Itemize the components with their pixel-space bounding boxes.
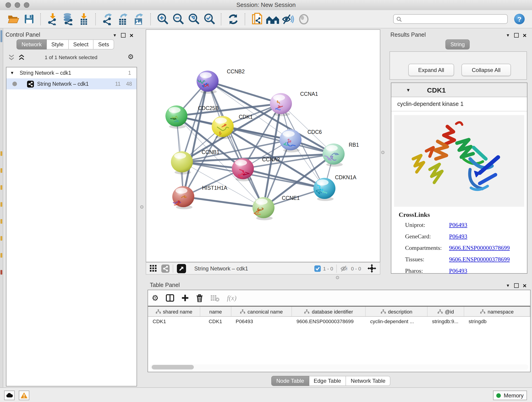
column-header-namespace[interactable]: namespace <box>464 306 530 317</box>
panel-float-icon[interactable] <box>121 33 126 38</box>
import-network-from-database-icon[interactable] <box>60 12 76 26</box>
node-table-panel: ⚙ f(x) shared namenamecanonical namedata… <box>147 290 531 372</box>
refresh-icon[interactable] <box>225 12 241 26</box>
panel-menu-icon[interactable]: ▼ <box>506 283 510 288</box>
section-collapse-icon[interactable]: ▼ <box>406 87 411 92</box>
open-session-icon[interactable] <box>6 12 21 26</box>
function-builder-icon: f(x) <box>227 294 237 302</box>
tree-expand-icon[interactable]: ▼ <box>10 70 14 75</box>
left-splitter-handle[interactable] <box>140 205 143 209</box>
network-node-RB1[interactable]: RB1 <box>323 142 359 167</box>
tab-sets[interactable]: Sets <box>94 39 114 50</box>
right-splitter-handle[interactable] <box>381 151 385 154</box>
bottom-splitter-handle[interactable] <box>336 276 339 279</box>
collapse-all-button[interactable]: Collapse All <box>462 64 511 76</box>
crosslink-link[interactable]: P06493 <box>449 267 467 274</box>
network-edge[interactable] <box>183 197 264 208</box>
panel-close-icon[interactable]: × <box>130 33 133 38</box>
tab-network-table[interactable]: Network Table <box>346 376 391 386</box>
horizontal-scrollbar[interactable] <box>150 364 528 370</box>
help-icon[interactable]: ? <box>514 14 525 24</box>
string-home-icon[interactable] <box>265 12 280 26</box>
network-row[interactable]: String Network – cdk1 11 48 <box>6 78 137 89</box>
import-network-icon[interactable] <box>45 12 60 26</box>
column-header-name[interactable]: name <box>200 306 231 317</box>
network-thumbnail-icon[interactable] <box>161 264 170 273</box>
tab-edge-table[interactable]: Edge Table <box>309 376 346 386</box>
crosslink-link[interactable]: 9606.ENSP00000378699 <box>449 244 510 252</box>
search-box[interactable] <box>393 14 508 24</box>
tab-node-table[interactable]: Node Table <box>271 376 309 386</box>
hide-glass-eye-icon[interactable] <box>280 12 296 26</box>
selected-checkbox-icon[interactable] <box>314 265 321 272</box>
share-document-icon[interactable] <box>249 12 265 26</box>
save-session-icon[interactable] <box>21 12 37 26</box>
add-column-icon[interactable] <box>182 294 189 302</box>
export-image-icon[interactable] <box>131 12 147 26</box>
control-panel-header-icons: ▼ × <box>113 32 133 39</box>
tab-network[interactable]: Network <box>17 39 47 50</box>
zoom-out-icon[interactable] <box>171 12 186 26</box>
crosslink-link[interactable]: 9606.ENSP00000378699 <box>449 256 510 263</box>
column-header-@id[interactable]: @id <box>428 306 464 317</box>
crosslink-link[interactable]: P06493 <box>449 221 467 229</box>
network-selection-summary: 1 of 1 Network selected <box>6 55 136 60</box>
grid-view-icon[interactable] <box>150 265 157 272</box>
panel-float-icon[interactable] <box>514 33 519 38</box>
node-label-RB1: RB1 <box>349 142 359 148</box>
tab-string[interactable]: String <box>445 39 470 50</box>
node-label-CDC25B: CDC25B <box>198 105 219 111</box>
table-header-row: shared namenamecanonical namedatabase id… <box>148 306 530 317</box>
tab-style[interactable]: Style <box>47 39 69 50</box>
delete-column-icon[interactable] <box>196 294 203 302</box>
network-node-CDKN1A[interactable]: CDKN1A <box>313 174 356 201</box>
search-input[interactable] <box>404 16 507 22</box>
control-panel-title: Control Panel <box>6 32 40 38</box>
zoom-fit-icon[interactable] <box>186 12 202 26</box>
column-header-description[interactable]: description <box>366 306 428 317</box>
column-header-database-identifier[interactable]: database identifier <box>292 306 366 317</box>
open-view-icon[interactable] <box>177 264 186 273</box>
node-label-CDC6: CDC6 <box>307 129 322 135</box>
zoom-in-icon[interactable] <box>155 12 171 26</box>
panel-float-icon[interactable] <box>514 283 519 288</box>
network-options-gear-icon[interactable]: ⚙ <box>128 53 134 61</box>
memory-button[interactable]: Memory <box>493 390 527 400</box>
panel-close-icon[interactable]: × <box>523 283 526 288</box>
warnings-button[interactable] <box>19 390 29 400</box>
network-edge[interactable] <box>243 169 324 188</box>
export-table-icon[interactable] <box>115 12 131 26</box>
toolbar-separator <box>245 13 246 25</box>
crosslink-label: Compartments: <box>405 244 449 252</box>
network-status-dot-icon <box>12 82 17 86</box>
table-settings-gear-icon[interactable]: ⚙ <box>152 293 159 303</box>
panel-menu-icon[interactable]: ▼ <box>506 33 510 38</box>
gene-section-header[interactable]: ▼ CDK1 <box>391 83 527 97</box>
table-columns-icon[interactable] <box>166 294 174 302</box>
search-icon <box>396 16 402 22</box>
expand-all-button[interactable]: Expand All <box>408 64 454 76</box>
panel-close-icon[interactable]: × <box>523 33 526 38</box>
cloud-button[interactable] <box>4 390 15 400</box>
network-collection-row[interactable]: ▼ String Network – cdk1 1 <box>6 67 137 78</box>
panel-menu-icon[interactable]: ▼ <box>113 33 117 38</box>
column-header-shared-name[interactable]: shared name <box>148 306 200 317</box>
crosslink-link[interactable]: P06493 <box>449 233 467 240</box>
scrollbar-thumb[interactable] <box>152 365 194 370</box>
hidden-eye-icon[interactable] <box>341 265 349 272</box>
column-header-canonical-name[interactable]: canonical name <box>231 306 292 317</box>
tab-select[interactable]: Select <box>69 39 94 50</box>
network-node-CCNA1[interactable]: CCNA1 <box>270 91 318 116</box>
table-row[interactable]: CDK1CDK1P064939606.ENSP00000378699cyclin… <box>148 317 530 326</box>
network-node-CDC25B[interactable]: CDC25B <box>165 105 219 128</box>
import-table-icon[interactable] <box>76 12 92 26</box>
network-edge[interactable] <box>208 81 281 104</box>
crosslink-row: Pharos:P06493 <box>405 267 527 274</box>
zoom-selected-icon[interactable] <box>202 12 217 26</box>
statusbar-separator <box>173 264 174 273</box>
toolbar-separator <box>221 13 222 25</box>
pan-crosshair-icon[interactable] <box>367 264 376 273</box>
export-network-icon[interactable] <box>100 12 115 26</box>
crosslink-row: Tissues:9606.ENSP00000378699 <box>405 256 527 263</box>
network-canvas[interactable]: CCNB2CCNA1CDC25BCDK1CDC6RB1CCNB1CCNA2CDK… <box>146 29 380 262</box>
